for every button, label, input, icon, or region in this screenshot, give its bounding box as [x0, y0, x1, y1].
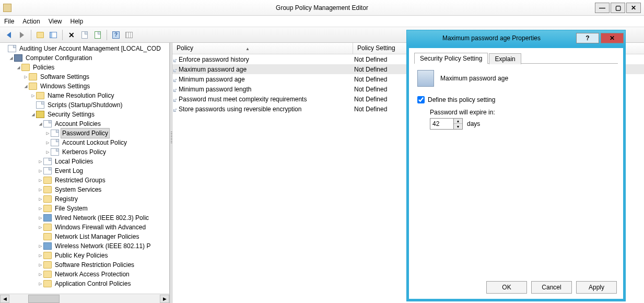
apply-button[interactable]: Apply [576, 281, 617, 294]
menu-help[interactable]: Help [71, 18, 84, 25]
spin-up-button[interactable]: ▲ [454, 119, 462, 124]
tree-windows-settings[interactable]: ◢Windows Settings [2, 81, 169, 91]
tree-event-log[interactable]: ▷Event Log [2, 166, 169, 176]
policy-icon [175, 109, 177, 110]
tree-software-settings[interactable]: ▷Software Settings [2, 72, 169, 81]
tree-network-list-manager[interactable]: Network List Manager Policies [2, 232, 169, 241]
menu-action[interactable]: Action [22, 18, 40, 25]
tree-system-services[interactable]: ▷System Services [2, 185, 169, 194]
menubar: File Action View Help [0, 16, 644, 27]
policy-name: Store passwords using reversible encrypt… [179, 106, 354, 113]
menu-view[interactable]: View [49, 18, 62, 25]
expire-label: Password will expire in: [430, 109, 618, 116]
days-spinner[interactable]: ▲ ▼ [430, 118, 463, 130]
tree-public-key-policies[interactable]: ▷Public Key Policies [2, 251, 169, 260]
menu-file[interactable]: File [4, 18, 14, 25]
tree-network-access-protection[interactable]: ▷Network Access Protection [2, 270, 169, 279]
dialog-heading: Maximum password age [440, 75, 508, 82]
separator [62, 30, 63, 40]
dialog-help-button[interactable]: ? [576, 33, 599, 43]
days-input[interactable] [430, 119, 453, 129]
window-title: Group Policy Management Editor [276, 4, 368, 11]
policy-icon [175, 99, 177, 100]
policy-icon [417, 70, 434, 87]
dialog-tabs: Security Policy Setting Explain [414, 52, 618, 64]
tab-explain[interactable]: Explain [489, 53, 521, 64]
export-button[interactable] [92, 29, 103, 41]
days-unit-label: days [467, 120, 480, 127]
tree-file-system[interactable]: ▷File System [2, 204, 169, 213]
policy-name: Maximum password age [179, 66, 354, 73]
policy-icon [175, 59, 177, 60]
policy-name: Enforce password history [179, 56, 354, 63]
back-button[interactable] [3, 29, 15, 41]
tree-wired-network[interactable]: ▷Wired Network (IEEE 802.3) Polic [2, 213, 169, 223]
up-button[interactable] [34, 29, 46, 41]
delete-button[interactable]: ✕ [66, 29, 77, 41]
tree-wireless-network[interactable]: ▷Wireless Network (IEEE 802.11) P [2, 241, 169, 251]
define-policy-label: Define this policy setting [428, 96, 495, 103]
scroll-thumb[interactable] [28, 295, 60, 303]
tree-computer-config[interactable]: ◢Computer Configuration [2, 53, 169, 63]
tree-registry[interactable]: ▷Registry [2, 194, 169, 204]
ok-button[interactable]: OK [486, 281, 527, 294]
minimize-button[interactable]: — [595, 3, 610, 13]
separator [31, 30, 31, 40]
properties-dialog: Maximum password age Properties ? ✕ Secu… [406, 30, 626, 301]
tree-root[interactable]: Auditing User Account Management [LOCAL_… [2, 44, 169, 53]
tree-password-policy[interactable]: ▷Password Policy [2, 129, 169, 138]
tree-scripts[interactable]: Scripts (Startup/Shutdown) [2, 100, 169, 110]
window-titlebar: Group Policy Management Editor — ▢ ✕ [0, 0, 644, 16]
tree-horizontal-scrollbar[interactable]: ◀ ▶ [0, 294, 169, 303]
maximize-button[interactable]: ▢ [611, 3, 625, 13]
tree-restricted-groups[interactable]: ▷Restricted Groups [2, 176, 169, 185]
show-hide-tree-button[interactable] [48, 29, 59, 41]
tree-software-restriction[interactable]: ▷Software Restriction Policies [2, 260, 169, 270]
policy-icon [175, 79, 177, 80]
tree-kerberos-policy[interactable]: ▷Kerberos Policy [2, 147, 169, 157]
tree-security-settings[interactable]: ◢Security Settings [2, 110, 169, 119]
properties-button[interactable] [79, 29, 90, 41]
spin-down-button[interactable]: ▼ [454, 124, 462, 129]
dialog-title: Maximum password age Properties [407, 34, 576, 42]
tree-windows-firewall[interactable]: ▷Windows Firewall with Advanced [2, 223, 169, 232]
scroll-right-button[interactable]: ▶ [160, 295, 169, 303]
column-policy[interactable]: Policy▲ [172, 43, 353, 54]
policy-name: Minimum password age [179, 76, 354, 83]
policy-icon [175, 89, 177, 90]
help-button[interactable]: ? [110, 29, 122, 41]
tree-policies[interactable]: ◢Policies [2, 63, 169, 72]
forward-button[interactable] [16, 29, 28, 41]
tree-local-policies[interactable]: ▷Local Policies [2, 157, 169, 166]
tree-account-policies[interactable]: ◢Account Policies [2, 119, 169, 129]
policy-icon [175, 69, 177, 70]
app-icon [3, 4, 11, 12]
tree-pane: Auditing User Account Management [LOCAL_… [0, 43, 170, 303]
policy-name: Password must meet complexity requiremen… [179, 96, 354, 103]
tab-security-policy-setting[interactable]: Security Policy Setting [414, 53, 488, 64]
cancel-button[interactable]: Cancel [531, 281, 572, 294]
tree-application-control[interactable]: ▷Application Control Policies [2, 279, 169, 288]
dialog-titlebar[interactable]: Maximum password age Properties ? ✕ [407, 30, 625, 46]
close-button[interactable]: ✕ [626, 3, 641, 13]
define-policy-checkbox[interactable] [417, 96, 425, 103]
separator [107, 30, 107, 40]
policy-name: Minimum password length [179, 86, 354, 93]
scroll-left-button[interactable]: ◀ [0, 295, 9, 303]
refresh-button[interactable] [123, 29, 135, 41]
tree-account-lockout-policy[interactable]: ▷Account Lockout Policy [2, 138, 169, 147]
dialog-close-button[interactable]: ✕ [601, 33, 624, 43]
tree-name-resolution-policy[interactable]: ▷Name Resolution Policy [2, 91, 169, 100]
